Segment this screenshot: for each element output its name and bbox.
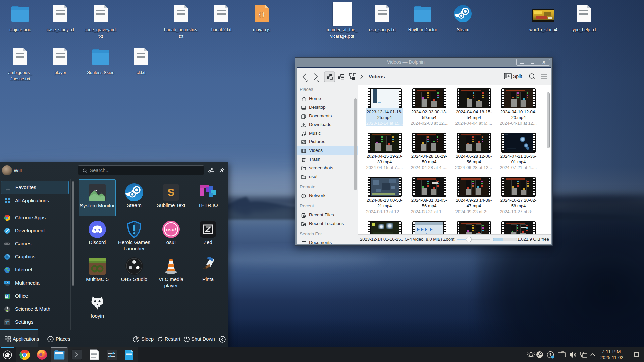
svg-text:Split: Split [513,74,522,79]
svg-text:Videos: Videos [369,74,385,79]
svg-text:z: z [138,336,139,338]
svg-text:osu!: osu! [166,227,176,232]
svg-text:S: S [167,186,174,198]
